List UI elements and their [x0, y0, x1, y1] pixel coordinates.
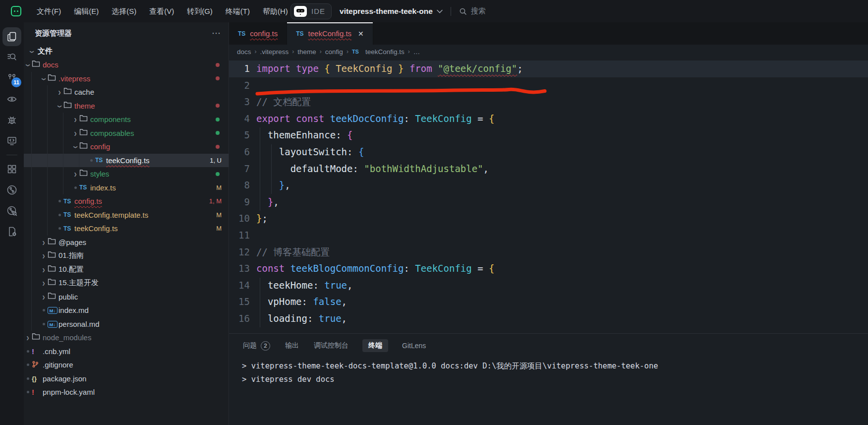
tree-item-index.md[interactable]: M↓index.md: [24, 304, 229, 317]
breadcrumb-item[interactable]: config: [325, 48, 343, 56]
breadcrumb-item[interactable]: .vitepress: [260, 48, 289, 56]
breadcrumb-item[interactable]: theme: [297, 48, 316, 56]
tree-item-label: theme: [74, 102, 95, 110]
panel-tab-调试控制台[interactable]: 调试控制台: [313, 339, 349, 352]
gitlens-icon[interactable]: [2, 180, 22, 200]
indent: [24, 249, 40, 263]
tree-item-index.ts[interactable]: TSindex.tsM: [24, 181, 229, 195]
line-number: 13: [229, 260, 250, 277]
menu-item[interactable]: 帮助(H): [256, 0, 294, 22]
sidebar-more-button[interactable]: ⋯: [212, 28, 222, 39]
live-preview-icon[interactable]: [2, 130, 22, 151]
chevron-right-icon: [71, 129, 79, 137]
tree-item-label: styles: [90, 170, 109, 178]
tree-item-label: cache: [74, 88, 94, 96]
code-lines: 1import type { TeekConfig } from "@teek/…: [229, 61, 868, 327]
folder-icon: [48, 251, 58, 260]
code-line-5: 5 themeEnhance: {: [229, 127, 868, 144]
file-dot-icon: [24, 391, 32, 393]
search-label: 搜索: [471, 6, 486, 16]
tree-item-teekConfig.ts[interactable]: TSteekConfig.tsM: [24, 222, 229, 236]
tree-item-node_modules[interactable]: node_modules: [24, 331, 229, 345]
search-view-icon[interactable]: [2, 47, 22, 68]
project-switcher[interactable]: vitepress-theme-teek-one: [340, 7, 443, 16]
tree-item-15.[interactable]: 15.主题开发: [24, 276, 229, 290]
tree-item-config[interactable]: config: [24, 140, 229, 154]
menu-item[interactable]: 转到(G): [180, 0, 219, 22]
tree-item-styles[interactable]: styles: [24, 167, 229, 181]
tree-item-docs[interactable]: docs: [24, 58, 229, 72]
breadcrumb-tail[interactable]: …: [413, 48, 420, 56]
app-logo-icon[interactable]: [11, 6, 21, 16]
tree-item-10.[interactable]: 10.配置: [24, 263, 229, 277]
explorer-icon[interactable]: [2, 26, 22, 47]
panel-tab-输出[interactable]: 输出: [284, 339, 300, 352]
tree-item-components[interactable]: components: [24, 113, 229, 126]
tree-item-cache[interactable]: cache: [24, 85, 229, 99]
menu-item[interactable]: 文件(F): [30, 0, 67, 22]
global-search[interactable]: 搜索: [459, 6, 486, 16]
runner-settings-icon[interactable]: [2, 221, 22, 242]
tree-item-composables[interactable]: composables: [24, 126, 229, 140]
tree-item-01.[interactable]: 01.指南: [24, 249, 229, 263]
debug-icon[interactable]: [2, 110, 22, 130]
eye-preview-icon[interactable]: [2, 89, 22, 110]
indent: [24, 208, 56, 222]
tree-item-public[interactable]: public: [24, 290, 229, 304]
tree-item-personal.md[interactable]: M↓personal.md: [24, 317, 229, 331]
tree-item-label: package.json: [43, 374, 86, 383]
breadcrumb-file[interactable]: TSteekConfig.ts: [352, 48, 405, 56]
tree-item-.gitignore[interactable]: .gitignore: [24, 358, 229, 372]
terminal-output[interactable]: > vitepress-theme-teek-docs-template@1.0…: [242, 360, 868, 386]
menu-item[interactable]: 编辑(E): [67, 0, 105, 22]
chevron-right-icon: [71, 170, 79, 178]
chevron-down-icon: [28, 48, 36, 55]
file-dot-icon: [56, 200, 63, 202]
editor-tab-teekConfig.ts[interactable]: TSteekConfig.ts✕: [287, 22, 373, 45]
extensions-grid-icon[interactable]: [2, 159, 22, 180]
tree-item-teekConfig.template.ts[interactable]: TSteekConfig.template.tsM: [24, 208, 229, 222]
sidebar-header: 资源管理器 ⋯: [24, 22, 229, 44]
panel-tab-label: 问题: [243, 341, 257, 350]
git-status-badge: 1, M: [209, 197, 222, 205]
menu-item[interactable]: 查看(V): [143, 0, 180, 22]
tree-item-package.json[interactable]: {}package.json: [24, 372, 229, 386]
tree-item-.vitepress[interactable]: .vitepress: [24, 72, 229, 86]
tree-item-label: index.md: [58, 306, 89, 314]
tree-item-theme[interactable]: theme: [24, 99, 229, 113]
tree-item-@pages[interactable]: @pages: [24, 236, 229, 249]
chevron-right-icon: [71, 116, 79, 123]
ide-badge[interactable]: IDE: [290, 3, 332, 19]
folder-icon: [48, 292, 58, 302]
close-icon[interactable]: ✕: [358, 30, 364, 38]
folder-icon: [63, 87, 74, 97]
file-tree: docs.vitepresscachethemecomponentscompos…: [24, 58, 229, 399]
code-editor[interactable]: 1import type { TeekConfig } from "@teek/…: [229, 59, 868, 333]
tree-item-label: .cnb.yml: [43, 347, 70, 356]
indent: [24, 154, 87, 168]
files-section-header[interactable]: 文件: [24, 44, 229, 58]
panel-tab-GitLens[interactable]: GitLens: [401, 340, 427, 352]
tree-item-label: 01.指南: [58, 251, 84, 260]
chevron-down-icon: [24, 61, 32, 68]
tree-item-config.ts[interactable]: TSconfig.ts1, M: [24, 194, 229, 208]
tree-item-label: config.ts: [74, 197, 102, 205]
code-line-4: 4export const teekDocConfig: TeekConfig …: [229, 111, 868, 127]
indent: [24, 72, 40, 86]
tree-item-pnpm-lock.yaml[interactable]: !pnpm-lock.yaml: [24, 385, 229, 399]
tree-item-label: config: [90, 142, 110, 151]
git-branch-icon: [32, 361, 43, 369]
commit-graph-icon[interactable]: [2, 200, 22, 221]
menu-item[interactable]: 终端(T): [219, 0, 256, 22]
tree-item-teekConfig.ts[interactable]: TSteekConfig.ts1, U: [24, 154, 229, 168]
panel-tab-终端[interactable]: 终端: [362, 339, 388, 352]
tree-item-label: index.ts: [90, 183, 116, 192]
panel-tab-问题[interactable]: 问题2: [242, 339, 271, 353]
breadcrumb-item[interactable]: docs: [237, 48, 251, 56]
typescript-icon: TS: [95, 157, 106, 164]
source-control-icon[interactable]: 11: [2, 68, 22, 89]
code-line-7: 7 defaultMode: "bothWidthAdjustable",: [229, 161, 868, 178]
menu-item[interactable]: 选择(S): [105, 0, 143, 22]
tree-item-.cnb.yml[interactable]: !.cnb.yml: [24, 345, 229, 359]
editor-tab-config.ts[interactable]: TSconfig.ts: [229, 22, 287, 45]
